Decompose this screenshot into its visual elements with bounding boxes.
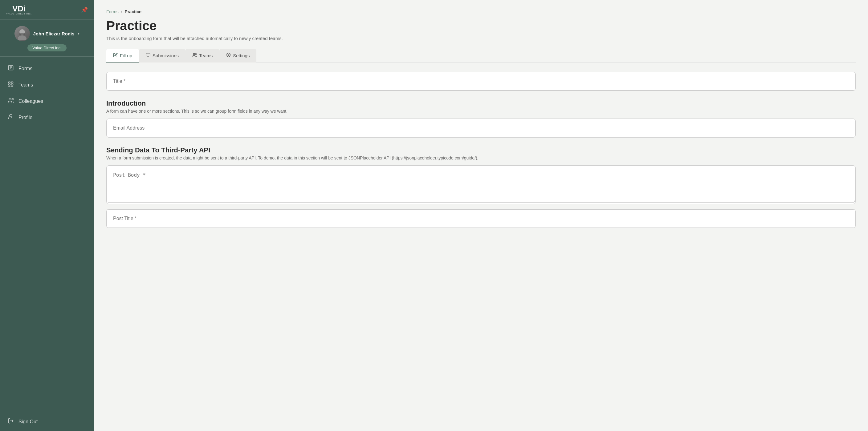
post-body-field-card [106,165,856,204]
breadcrumb-parent[interactable]: Forms [106,9,119,14]
sidebar-item-forms-label: Forms [19,66,32,71]
breadcrumb-current: Practice [125,9,142,14]
pin-icon[interactable]: 📌 [81,6,88,13]
logo-sub-text: VALUE DIRECT INC. [6,12,32,15]
user-name: John Eliezar Rodis [33,31,74,36]
forms-icon [7,65,14,72]
sign-out-icon [7,418,14,426]
svg-rect-8 [11,82,13,83]
svg-rect-17 [146,53,150,56]
breadcrumb-separator: / [121,9,122,14]
introduction-section: Introduction A form can have one or more… [106,99,856,138]
tab-submissions-label: Submissions [153,53,179,58]
logo-main-text: VDi [12,5,26,12]
sidebar-user: John Eliezar Rodis ▾ Value Direct Inc. [0,20,94,57]
sidebar: VDi VALUE DIRECT INC. 📌 John Eliezar Rod… [0,0,94,431]
tab-settings-label: Settings [233,53,250,58]
svg-point-1 [18,35,27,40]
post-body-input[interactable] [106,166,856,203]
svg-rect-10 [11,84,13,85]
post-title-field-card [106,209,856,228]
svg-point-21 [195,54,196,55]
introduction-title: Introduction [106,99,856,107]
colleagues-icon [7,97,14,105]
chevron-down-icon[interactable]: ▾ [78,31,80,36]
sign-out-label: Sign Out [19,419,38,425]
teams-tab-icon [192,53,197,58]
avatar [14,26,30,41]
avatar-image [14,26,30,41]
tab-fill-up[interactable]: Fill up [106,49,139,63]
tabs: Fill up Submissions Teams [106,49,856,63]
page-title: Practice [106,19,856,33]
tab-teams-label: Teams [199,53,213,58]
email-input[interactable] [106,119,856,137]
email-field-card [106,119,856,138]
sending-data-title: Sending Data To Third-Party API [106,146,856,154]
sidebar-item-forms[interactable]: Forms [0,60,94,77]
svg-rect-2 [20,33,25,35]
sign-out-button[interactable]: Sign Out [0,412,94,431]
svg-point-22 [228,55,229,56]
user-company-badge[interactable]: Value Direct Inc. [27,44,66,52]
sidebar-item-profile[interactable]: Profile [0,109,94,126]
submissions-icon [146,53,150,58]
post-title-input[interactable] [106,209,856,228]
svg-point-13 [9,98,11,100]
sending-data-desc: When a form submission is created, the d… [106,156,856,160]
sidebar-item-teams[interactable]: Teams [0,77,94,93]
breadcrumb: Forms / Practice [106,9,856,14]
tab-submissions[interactable]: Submissions [139,49,185,63]
logo: VDi VALUE DIRECT INC. [6,5,32,15]
svg-rect-7 [9,82,10,83]
sidebar-nav: Forms Teams Colleagues [0,57,94,412]
tab-settings[interactable]: Settings [219,49,256,63]
sidebar-item-profile-label: Profile [19,115,32,120]
page-subtitle: This is the onboarding form that will be… [106,36,856,41]
svg-rect-12 [11,86,13,87]
main-content: Forms / Practice Practice This is the on… [94,0,868,431]
svg-rect-9 [9,84,10,85]
sidebar-logo: VDi VALUE DIRECT INC. 📌 [0,0,94,20]
sidebar-bottom: Sign Out [0,412,94,431]
sidebar-item-teams-label: Teams [19,82,33,88]
tab-teams[interactable]: Teams [185,49,219,63]
title-field-card [106,72,856,91]
sending-data-section: Sending Data To Third-Party API When a f… [106,146,856,228]
svg-point-14 [12,98,13,100]
tab-fill-up-label: Fill up [120,53,132,58]
introduction-desc: A form can have one or more sections. Th… [106,109,856,113]
user-info[interactable]: John Eliezar Rodis ▾ [5,26,89,41]
svg-point-20 [193,53,195,55]
teams-icon [7,81,14,89]
svg-rect-11 [9,86,10,87]
settings-icon [226,53,231,58]
title-input[interactable] [106,72,856,91]
edit-icon [113,53,118,58]
sidebar-item-colleagues-label: Colleagues [19,99,43,104]
profile-icon [7,113,14,121]
sidebar-item-colleagues[interactable]: Colleagues [0,93,94,109]
